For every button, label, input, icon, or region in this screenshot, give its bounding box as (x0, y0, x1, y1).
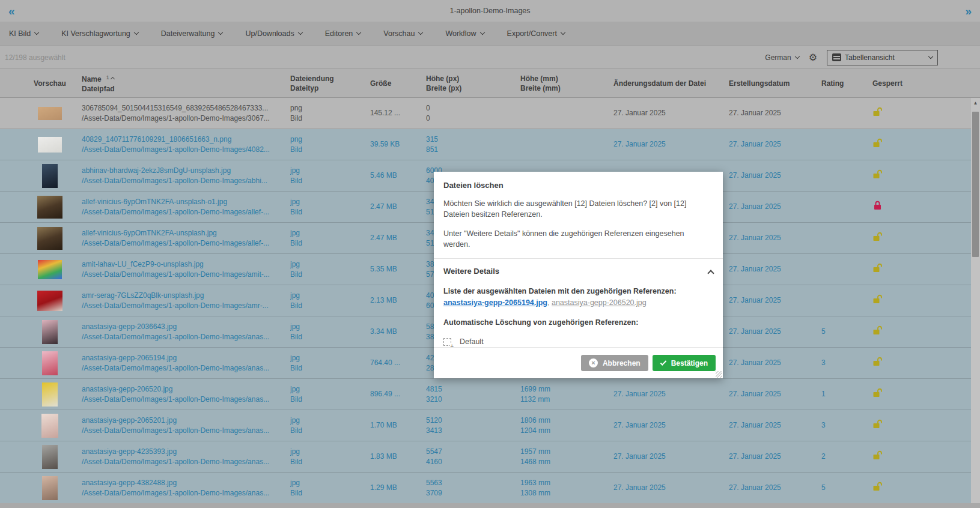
modified-date-cell-line1: 27. Januar 2025 (613, 420, 728, 431)
file-name[interactable]: anastasiya-gepp-2036643.jpg (82, 322, 290, 332)
file-name[interactable]: anastasiya-gepp-2065194.jpg (82, 353, 290, 363)
file-thumbnail[interactable] (42, 164, 58, 188)
menu-item-up-downloads[interactable]: Up/Downloads (245, 29, 302, 38)
locked-cell (853, 294, 907, 307)
vertical-scrollbar[interactable]: ▲ (971, 98, 980, 508)
column-header-rat[interactable]: Rating (808, 79, 853, 88)
scrollbar-thumb[interactable] (972, 112, 979, 257)
table-row[interactable]: anastasiya-gepp-4235393.jpg/Asset-Data/D… (0, 441, 980, 473)
file-link-2[interactable]: anastasiya-gepp-206520.jpg (552, 298, 647, 307)
column-header-thumb[interactable]: Vorschau (22, 79, 78, 88)
size-cell: 39.59 KB (369, 139, 426, 150)
menu-item-export-convert[interactable]: Export/Convert (507, 29, 565, 38)
horizontal-scrollbar[interactable] (0, 503, 980, 508)
lock-open-icon[interactable] (872, 325, 883, 335)
lock-open-icon[interactable] (872, 294, 883, 304)
file-thumbnail[interactable] (38, 260, 62, 279)
file-thumbnail[interactable] (37, 227, 62, 250)
menu-item-ki-bild[interactable]: KI Bild (9, 29, 38, 38)
column-header-name[interactable]: Name1Dateipfad (78, 73, 290, 94)
table-row[interactable]: anastasiya-gepp-206520.jpg/Asset-Data/De… (0, 379, 980, 410)
file-name[interactable]: 40829_140711776109291_1806651663_n.png (82, 135, 290, 145)
file-name[interactable]: anastasiya-gepp-4382488.jpg (82, 478, 290, 488)
references-list-label: Liste der ausgewählten Dateien mit den z… (443, 287, 713, 295)
menu-item-vorschau[interactable]: Vorschau (383, 29, 422, 38)
file-path: /Asset-Data/Demo/Images/1-apollon-Demo-I… (82, 363, 290, 373)
lock-open-icon[interactable] (872, 450, 883, 460)
column-header-ext[interactable]: DateiendungDateityp (290, 74, 369, 93)
file-thumbnail[interactable] (38, 137, 62, 153)
menu-item-workflow[interactable]: Workflow (445, 29, 484, 38)
chevron-down-icon (561, 30, 565, 35)
cancel-button[interactable]: × Abbrechen (581, 355, 648, 371)
language-dropdown[interactable]: German (765, 53, 799, 62)
file-thumbnail[interactable] (42, 320, 58, 344)
lock-open-icon[interactable] (872, 138, 883, 148)
file-name[interactable]: allef-vinicius-6ypOmTNK2FA-unsplash.jpg (82, 228, 290, 238)
file-thumbnail[interactable] (42, 445, 58, 469)
menu-item-editoren[interactable]: Editoren (325, 29, 361, 38)
column-header-cre[interactable]: Erstellungsdatum (728, 79, 808, 88)
name-cell: anastasiya-gepp-206520.jpg/Asset-Data/De… (78, 384, 290, 404)
scroll-up-arrow-icon[interactable]: ▲ (971, 100, 980, 107)
lock-open-icon[interactable] (872, 388, 883, 398)
file-name[interactable]: allef-vinicius-6ypOmTNK2FA-unsplash-o1.j… (82, 197, 290, 207)
dialog-resize-handle[interactable] (716, 371, 722, 378)
file-thumbnail[interactable] (42, 383, 58, 407)
file-name[interactable]: amit-lahav-LU_fCezP9-o-unsplash.jpg (82, 259, 290, 270)
table-row[interactable]: anastasiya-gepp-4382488.jpg/Asset-Data/D… (0, 473, 980, 504)
lock-open-icon[interactable] (872, 357, 883, 366)
created-date-cell-line1: 27. Januar 2025 (729, 358, 808, 368)
menu-item-dateiverwaltung[interactable]: Dateiverwaltung (161, 29, 223, 38)
lock-open-icon[interactable] (872, 169, 883, 179)
lock-open-icon[interactable] (872, 482, 883, 491)
lock-closed-icon[interactable] (872, 201, 883, 210)
lock-open-icon[interactable] (872, 107, 883, 116)
column-header-size[interactable]: Größe (369, 79, 426, 88)
file-thumbnail[interactable] (42, 476, 58, 500)
collapse-right-icon[interactable]: » (965, 5, 972, 17)
size-cell: 1.83 MB (369, 452, 426, 462)
file-name[interactable]: amr-serag-7GLsZZ0qBlk-unsplash.jpg (82, 291, 290, 301)
pixels-cell-line2: 3709 (426, 488, 520, 498)
column-header-px[interactable]: Höhe (px)Breite (px) (426, 74, 520, 93)
file-name[interactable]: 306785094_501504415316549_68392654865284… (82, 103, 290, 113)
view-mode-select[interactable]: Tabellenansicht (827, 50, 938, 65)
lock-open-icon[interactable] (872, 263, 883, 273)
collapse-left-icon[interactable]: « (8, 5, 15, 17)
lock-open-icon[interactable] (872, 419, 883, 429)
confirm-button[interactable]: Bestätigen (653, 355, 716, 371)
pixels-cell-line1: 315 (426, 135, 520, 145)
default-checkbox[interactable] (443, 338, 451, 346)
table-row[interactable]: 306785094_501504415316549_68392654865284… (0, 98, 980, 129)
file-name[interactable]: anastasiya-gepp-4235393.jpg (82, 447, 290, 457)
filetype-cell: jpgBild (290, 228, 369, 248)
column-header-mm[interactable]: Höhe (mm)Breite (mm) (520, 74, 610, 93)
file-name[interactable]: abhinav-bhardwaj-2ekzJ8smDgU-unsplash.jp… (82, 166, 290, 176)
file-link-1[interactable]: anastasiya-gepp-2065194.jpg (443, 298, 547, 307)
filetype-cell-line2: Bild (290, 176, 369, 186)
gear-icon[interactable]: ⚙ (809, 53, 817, 62)
locked-cell (853, 201, 907, 213)
file-name[interactable]: anastasiya-gepp-206520.jpg (82, 384, 290, 395)
column-header-label: Dateityp (290, 84, 318, 92)
column-header-mod[interactable]: Änderungsdatum der Datei (610, 79, 728, 88)
file-path: /Asset-Data/Demo/Images/1-apollon-Demo-I… (82, 488, 290, 498)
table-row[interactable]: 40829_140711776109291_1806651663_n.png/A… (0, 129, 980, 160)
file-name[interactable]: anastasiya-gepp-2065201.jpg (82, 416, 290, 426)
created-date-cell: 27. Januar 2025 (728, 139, 808, 150)
file-thumbnail[interactable] (37, 291, 62, 311)
table-row[interactable]: anastasiya-gepp-2065201.jpg/Asset-Data/D… (0, 410, 980, 441)
filetype-cell: jpgBild (290, 166, 369, 186)
details-toggle[interactable]: Weitere Details (443, 267, 713, 276)
file-thumbnail[interactable] (37, 196, 62, 219)
menu-item-ki-verschlagwortung[interactable]: KI Verschlagwortung (61, 29, 138, 38)
cancel-label: Abbrechen (603, 359, 641, 367)
file-thumbnail[interactable] (41, 414, 58, 438)
file-thumbnail[interactable] (38, 107, 62, 120)
file-thumbnail[interactable] (42, 351, 58, 375)
size-cell-line1: 2.47 MB (370, 233, 426, 243)
column-header-lock[interactable]: Gesperrt (853, 79, 907, 88)
filetype-cell-line1: jpg (290, 416, 369, 426)
lock-open-icon[interactable] (872, 232, 883, 241)
